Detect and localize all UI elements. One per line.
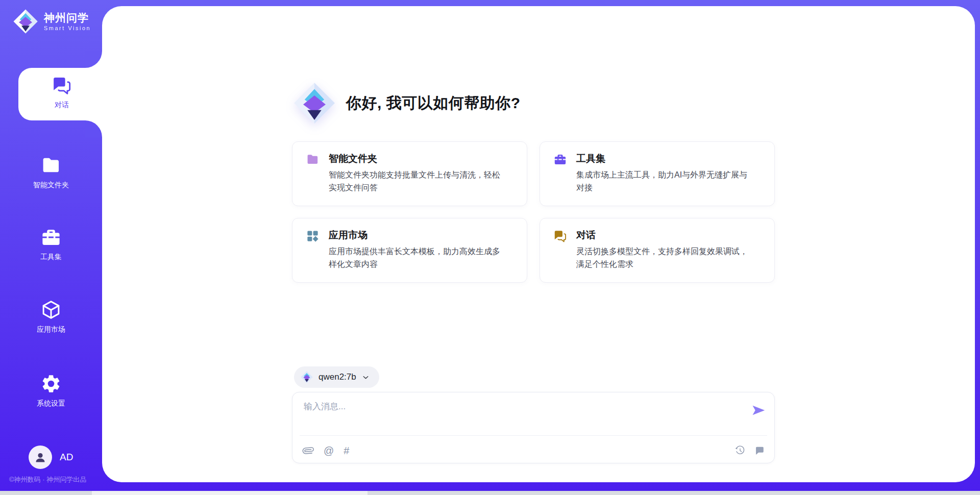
- mention-icon[interactable]: @: [324, 445, 334, 456]
- diamond-logo-icon: [300, 370, 313, 384]
- sidebar-item-label: 工具集: [0, 253, 102, 262]
- cube-icon: [40, 299, 62, 320]
- send-icon[interactable]: [751, 403, 766, 418]
- chat-icon: [553, 229, 567, 243]
- apps-icon: [306, 229, 320, 243]
- sidebar-item-label: 对话: [18, 101, 105, 110]
- model-name: qwen2:7b: [318, 372, 356, 382]
- brand-name: 神州问学: [44, 12, 91, 24]
- tab-curve-top: [85, 51, 102, 68]
- card-title: 工具集: [576, 152, 605, 165]
- card-title: 对话: [576, 229, 596, 242]
- card-title: 应用市场: [329, 229, 368, 242]
- diamond-logo-icon: [292, 81, 337, 126]
- brand-subtitle: Smart Vision: [44, 25, 91, 31]
- person-icon: [33, 450, 47, 464]
- composer-tools-right: [734, 445, 765, 456]
- brand-logo: 神州问学 Smart Vision: [12, 8, 91, 35]
- card-description: 集成市场上主流工具，助力AI与外界无缝扩展与对接: [576, 169, 755, 194]
- toolbox-icon: [40, 227, 62, 248]
- main-panel: 你好, 我可以如何帮助你? 智能文件夹 智能文件夹功能支持批量文件上传与清洗，轻…: [102, 6, 975, 482]
- horizontal-scrollbar[interactable]: [0, 491, 980, 495]
- card-chat[interactable]: 对话 灵活切换多模型文件，支持多样回复效果调试，满足个性化需求: [540, 218, 775, 283]
- sidebar-item-smart-folder[interactable]: 智能文件夹: [0, 155, 102, 190]
- card-app-market[interactable]: 应用市场 应用市场提供丰富长文本模板，助力高效生成多样化文章内容: [292, 218, 527, 283]
- card-title: 智能文件夹: [329, 152, 377, 165]
- attachment-icon[interactable]: [301, 443, 316, 459]
- folder-icon: [306, 153, 320, 166]
- user-account[interactable]: AD: [29, 445, 73, 469]
- sidebar-item-chat[interactable]: 对话: [18, 68, 105, 120]
- gear-icon: [40, 373, 62, 394]
- card-toolset[interactable]: 工具集 集成市场上主流工具，助力AI与外界无缝扩展与对接: [540, 141, 775, 206]
- sidebar: 神州问学 Smart Vision 对话 智能文件夹: [0, 0, 102, 495]
- chat-bubble-icon[interactable]: [754, 445, 765, 456]
- composer-divider: [300, 435, 767, 436]
- page-title: 你好, 我可以如何帮助你?: [346, 93, 521, 114]
- toolbox-icon: [553, 153, 567, 166]
- feature-cards: 智能文件夹 智能文件夹功能支持批量文件上传与清洗，轻松实现文件问答 工具集 集成…: [292, 141, 775, 283]
- scrollbar-thumb[interactable]: [92, 491, 368, 495]
- sidebar-item-label: 应用市场: [0, 325, 102, 334]
- copyright-footer: ©神州数码 · 神州问学出品: [9, 475, 86, 484]
- card-description: 应用市场提供丰富长文本模板，助力高效生成多样化文章内容: [329, 245, 507, 271]
- folder-icon: [40, 155, 62, 176]
- sidebar-item-label: 智能文件夹: [0, 181, 102, 190]
- sidebar-item-settings[interactable]: 系统设置: [0, 373, 102, 408]
- sidebar-item-label: 系统设置: [0, 399, 102, 408]
- message-input[interactable]: [303, 400, 733, 431]
- tab-curve-bottom: [85, 120, 102, 137]
- avatar: [29, 445, 52, 469]
- card-description: 灵活切换多模型文件，支持多样回复效果调试，满足个性化需求: [576, 245, 755, 271]
- hashtag-icon[interactable]: #: [344, 445, 349, 456]
- chat-icon: [52, 75, 72, 95]
- greeting-block: 你好, 我可以如何帮助你?: [292, 81, 521, 126]
- message-composer: @ #: [292, 392, 775, 463]
- sidebar-item-toolset[interactable]: 工具集: [0, 227, 102, 262]
- sidebar-item-app-market[interactable]: 应用市场: [0, 299, 102, 334]
- composer-tools-left: @ #: [303, 445, 349, 456]
- history-icon[interactable]: [734, 445, 746, 456]
- card-smart-folder[interactable]: 智能文件夹 智能文件夹功能支持批量文件上传与清洗，轻松实现文件问答: [292, 141, 527, 206]
- chevron-down-icon: [361, 373, 370, 382]
- model-selector[interactable]: qwen2:7b: [294, 366, 379, 388]
- user-initials: AD: [60, 452, 73, 463]
- card-description: 智能文件夹功能支持批量文件上传与清洗，轻松实现文件问答: [329, 169, 507, 194]
- diamond-logo-icon: [12, 8, 39, 35]
